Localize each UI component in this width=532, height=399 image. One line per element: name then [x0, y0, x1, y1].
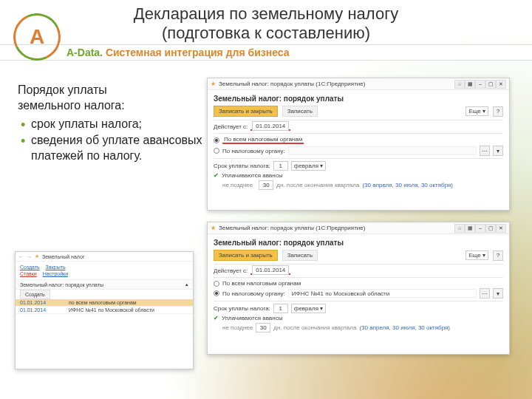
lookup-button[interactable]: ⋯	[480, 288, 490, 299]
advance-note: (30 апреля, 30 июля, 30 октября)	[359, 324, 450, 331]
form-heading: Земельный налог: порядок уплаты	[214, 95, 503, 103]
tab-active[interactable]: Ставки	[20, 271, 37, 276]
more-dropdown[interactable]: Еще ▾	[466, 106, 488, 116]
radio-one-label: По налоговому органу:	[222, 148, 285, 154]
radio-one-tax[interactable]	[214, 148, 219, 154]
radio-all-tax[interactable]	[214, 281, 219, 287]
nav-forward-icon[interactable]: →	[27, 254, 32, 259]
tab-link[interactable]: Настройки	[43, 271, 68, 276]
advance-due-label: не позднее	[222, 324, 253, 331]
subtitle-bar: A-Data. Системная интеграция для бизнеса	[0, 44, 532, 61]
window-payment-order-all: ★ Земельный налог: порядок уплаты (1С:Пр…	[207, 78, 510, 211]
help-button[interactable]: ?	[493, 106, 503, 117]
favorite-button[interactable]: ☆	[454, 80, 465, 89]
star-icon: ★	[35, 253, 39, 259]
minimize-button[interactable]: –	[475, 80, 485, 89]
page-title-1: Декларация по земельному налогу	[0, 4, 532, 24]
advance-checkbox[interactable]: ✔	[214, 172, 219, 179]
effective-date-input[interactable]: 01.01.2014	[252, 265, 289, 275]
collapse-icon[interactable]: ▴	[185, 282, 188, 287]
create-button[interactable]: Создать	[20, 290, 50, 299]
left-description: Порядок уплаты земельного налога: срок у…	[18, 83, 202, 166]
advance-note: (30 апреля, 30 июля, 30 октября)	[362, 182, 453, 188]
table-row[interactable]: 01.01.2014 ИФНС №41 по Московской област…	[16, 307, 193, 314]
tax-due-label: Срок уплаты налога:	[214, 305, 270, 312]
radio-all-tax[interactable]	[214, 137, 219, 143]
radio-one-label: По налоговому органу:	[222, 290, 285, 297]
table-row[interactable]: 01.01.2014 по всем налоговым органам	[16, 299, 193, 307]
bullet-item: сведения об уплате авансовых платежей по…	[18, 133, 202, 164]
window-title: Земельный налог: порядок уплаты (1С:Пред…	[219, 81, 454, 87]
radio-all-label: По всем налоговым органам	[222, 280, 301, 287]
save-close-button[interactable]: Записать и закрыть	[214, 250, 278, 261]
tax-authority-input[interactable]: ИФНС №41 по Московской области	[288, 289, 477, 298]
dropdown-button[interactable]: ▾	[493, 146, 503, 156]
help-button[interactable]: ?	[493, 250, 503, 261]
form-heading: Земельный налог: порядок уплаты	[214, 239, 503, 247]
save-button[interactable]: Записать	[282, 106, 318, 117]
star-icon: ★	[211, 81, 216, 87]
window-title: Земельный налог: порядок уплаты (1С:Пред…	[219, 225, 454, 231]
effective-date-input[interactable]: 01.01.2014	[252, 121, 289, 131]
tax-authority-input[interactable]	[288, 146, 477, 155]
tax-due-label: Срок уплаты налога:	[214, 163, 270, 169]
save-button[interactable]: Записать	[282, 250, 318, 261]
page-title-2: (подготовка к составлению)	[0, 24, 532, 43]
advance-days-input[interactable]: 30	[259, 180, 273, 190]
advance-label: Уплачиваются авансы	[222, 172, 282, 179]
print-button[interactable]: ▦	[465, 224, 475, 233]
due-day-input[interactable]: 1	[273, 161, 288, 171]
dropdown-button[interactable]: ▾	[493, 288, 503, 299]
more-dropdown[interactable]: Еще ▾	[466, 250, 488, 260]
due-month-select[interactable]: февраля ▾	[291, 304, 326, 313]
logo: A	[13, 13, 61, 61]
radio-all-label: По всем налоговым органам	[222, 136, 304, 144]
section-title: Земельный налог: порядок уплаты	[20, 282, 103, 287]
window-payment-order-one: ★ Земельный налог: порядок уплаты (1С:Пр…	[207, 222, 510, 355]
advance-checkbox[interactable]: ✔	[214, 315, 219, 321]
favorite-button[interactable]: ☆	[454, 224, 465, 233]
tab-link[interactable]: Закрыть	[46, 265, 66, 270]
tab-link[interactable]: Создать	[20, 265, 40, 270]
due-day-input[interactable]: 1	[273, 304, 288, 313]
due-month-select[interactable]: февраля ▾	[291, 161, 326, 171]
advance-label: Уплачиваются авансы	[222, 315, 282, 321]
advance-days-input[interactable]: 30	[256, 323, 270, 332]
star-icon: ★	[211, 225, 216, 231]
breadcrumb: Земельный налог	[42, 254, 84, 259]
close-button[interactable]: ✕	[496, 224, 506, 233]
window-land-tax-list: ← → ★ Земельный налог Создать Закрыть Ст…	[15, 251, 194, 369]
advance-due-label: не позднее	[222, 182, 253, 188]
nav-back-icon[interactable]: ←	[18, 254, 24, 259]
minimize-button[interactable]: –	[475, 224, 485, 233]
maximize-button[interactable]: ▢	[485, 80, 496, 89]
save-close-button[interactable]: Записать и закрыть	[214, 106, 278, 117]
advance-tail: дн. после окончания квартала	[276, 182, 359, 188]
advance-tail: дн. после окончания квартала	[273, 324, 356, 331]
maximize-button[interactable]: ▢	[485, 224, 496, 233]
print-button[interactable]: ▦	[465, 80, 475, 89]
radio-one-tax[interactable]	[214, 290, 219, 296]
effective-from-label: Действует с:	[214, 123, 248, 130]
bullet-item: срок уплаты налога;	[18, 117, 202, 132]
effective-from-label: Действует с:	[214, 267, 248, 274]
lookup-button[interactable]: ⋯	[480, 146, 490, 156]
close-button[interactable]: ✕	[496, 80, 506, 89]
